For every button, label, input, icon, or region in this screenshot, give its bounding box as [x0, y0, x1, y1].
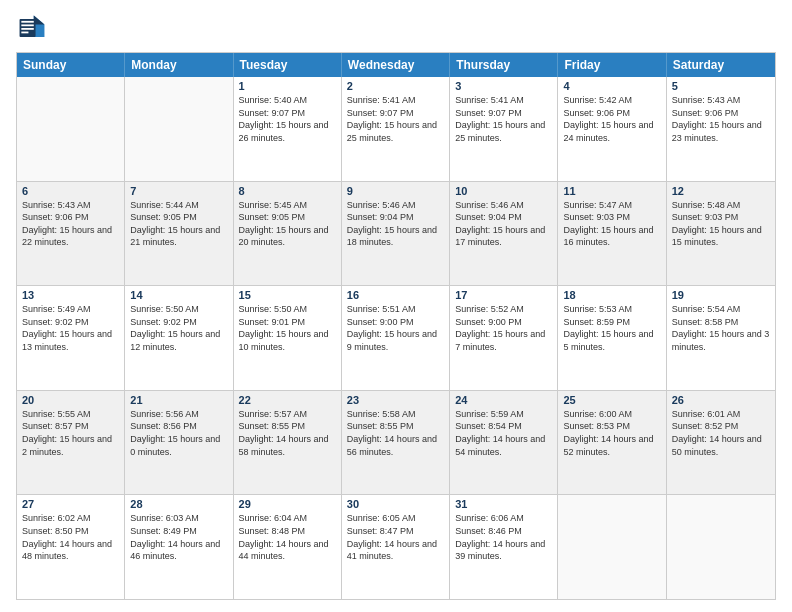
day-cell: 14Sunrise: 5:50 AMSunset: 9:02 PMDayligh… — [125, 286, 233, 390]
day-cell: 16Sunrise: 5:51 AMSunset: 9:00 PMDayligh… — [342, 286, 450, 390]
day-info: Sunrise: 6:04 AMSunset: 8:48 PMDaylight:… — [239, 512, 336, 562]
day-number: 18 — [563, 289, 660, 301]
day-cell: 27Sunrise: 6:02 AMSunset: 8:50 PMDayligh… — [17, 495, 125, 599]
svg-rect-6 — [21, 28, 33, 30]
week-row-4: 20Sunrise: 5:55 AMSunset: 8:57 PMDayligh… — [17, 391, 775, 496]
day-number: 10 — [455, 185, 552, 197]
day-number: 19 — [672, 289, 770, 301]
day-number: 23 — [347, 394, 444, 406]
week-row-3: 13Sunrise: 5:49 AMSunset: 9:02 PMDayligh… — [17, 286, 775, 391]
day-info: Sunrise: 5:48 AMSunset: 9:03 PMDaylight:… — [672, 199, 770, 249]
day-info: Sunrise: 5:54 AMSunset: 8:58 PMDaylight:… — [672, 303, 770, 353]
day-cell: 30Sunrise: 6:05 AMSunset: 8:47 PMDayligh… — [342, 495, 450, 599]
day-cell: 5Sunrise: 5:43 AMSunset: 9:06 PMDaylight… — [667, 77, 775, 181]
page-header — [16, 12, 776, 44]
day-info: Sunrise: 5:55 AMSunset: 8:57 PMDaylight:… — [22, 408, 119, 458]
day-number: 9 — [347, 185, 444, 197]
day-cell: 25Sunrise: 6:00 AMSunset: 8:53 PMDayligh… — [558, 391, 666, 495]
day-number: 31 — [455, 498, 552, 510]
day-info: Sunrise: 5:41 AMSunset: 9:07 PMDaylight:… — [455, 94, 552, 144]
day-number: 24 — [455, 394, 552, 406]
day-number: 27 — [22, 498, 119, 510]
day-cell: 7Sunrise: 5:44 AMSunset: 9:05 PMDaylight… — [125, 182, 233, 286]
week-row-5: 27Sunrise: 6:02 AMSunset: 8:50 PMDayligh… — [17, 495, 775, 599]
day-info: Sunrise: 6:02 AMSunset: 8:50 PMDaylight:… — [22, 512, 119, 562]
day-number: 22 — [239, 394, 336, 406]
day-cell — [558, 495, 666, 599]
day-cell: 24Sunrise: 5:59 AMSunset: 8:54 PMDayligh… — [450, 391, 558, 495]
calendar-header: SundayMondayTuesdayWednesdayThursdayFrid… — [17, 53, 775, 77]
day-header-saturday: Saturday — [667, 53, 775, 77]
day-number: 29 — [239, 498, 336, 510]
day-number: 5 — [672, 80, 770, 92]
day-info: Sunrise: 5:46 AMSunset: 9:04 PMDaylight:… — [455, 199, 552, 249]
day-info: Sunrise: 5:46 AMSunset: 9:04 PMDaylight:… — [347, 199, 444, 249]
day-info: Sunrise: 5:57 AMSunset: 8:55 PMDaylight:… — [239, 408, 336, 458]
day-cell: 8Sunrise: 5:45 AMSunset: 9:05 PMDaylight… — [234, 182, 342, 286]
day-number: 20 — [22, 394, 119, 406]
day-cell: 28Sunrise: 6:03 AMSunset: 8:49 PMDayligh… — [125, 495, 233, 599]
day-cell: 20Sunrise: 5:55 AMSunset: 8:57 PMDayligh… — [17, 391, 125, 495]
day-cell: 6Sunrise: 5:43 AMSunset: 9:06 PMDaylight… — [17, 182, 125, 286]
day-cell: 26Sunrise: 6:01 AMSunset: 8:52 PMDayligh… — [667, 391, 775, 495]
day-info: Sunrise: 5:50 AMSunset: 9:01 PMDaylight:… — [239, 303, 336, 353]
day-info: Sunrise: 5:47 AMSunset: 9:03 PMDaylight:… — [563, 199, 660, 249]
day-number: 4 — [563, 80, 660, 92]
day-cell: 4Sunrise: 5:42 AMSunset: 9:06 PMDaylight… — [558, 77, 666, 181]
day-cell — [17, 77, 125, 181]
logo — [16, 12, 52, 44]
day-cell: 15Sunrise: 5:50 AMSunset: 9:01 PMDayligh… — [234, 286, 342, 390]
day-info: Sunrise: 5:58 AMSunset: 8:55 PMDaylight:… — [347, 408, 444, 458]
day-cell: 29Sunrise: 6:04 AMSunset: 8:48 PMDayligh… — [234, 495, 342, 599]
day-cell: 2Sunrise: 5:41 AMSunset: 9:07 PMDaylight… — [342, 77, 450, 181]
day-cell — [125, 77, 233, 181]
svg-rect-7 — [21, 32, 28, 34]
day-cell: 1Sunrise: 5:40 AMSunset: 9:07 PMDaylight… — [234, 77, 342, 181]
day-number: 17 — [455, 289, 552, 301]
day-info: Sunrise: 5:59 AMSunset: 8:54 PMDaylight:… — [455, 408, 552, 458]
day-cell: 22Sunrise: 5:57 AMSunset: 8:55 PMDayligh… — [234, 391, 342, 495]
day-number: 30 — [347, 498, 444, 510]
day-cell: 17Sunrise: 5:52 AMSunset: 9:00 PMDayligh… — [450, 286, 558, 390]
day-number: 15 — [239, 289, 336, 301]
day-header-thursday: Thursday — [450, 53, 558, 77]
calendar-body: 1Sunrise: 5:40 AMSunset: 9:07 PMDaylight… — [17, 77, 775, 599]
day-info: Sunrise: 5:53 AMSunset: 8:59 PMDaylight:… — [563, 303, 660, 353]
day-header-friday: Friday — [558, 53, 666, 77]
day-header-sunday: Sunday — [17, 53, 125, 77]
day-header-wednesday: Wednesday — [342, 53, 450, 77]
day-number: 1 — [239, 80, 336, 92]
day-info: Sunrise: 5:43 AMSunset: 9:06 PMDaylight:… — [22, 199, 119, 249]
day-info: Sunrise: 6:03 AMSunset: 8:49 PMDaylight:… — [130, 512, 227, 562]
week-row-2: 6Sunrise: 5:43 AMSunset: 9:06 PMDaylight… — [17, 182, 775, 287]
day-cell: 12Sunrise: 5:48 AMSunset: 9:03 PMDayligh… — [667, 182, 775, 286]
day-info: Sunrise: 5:40 AMSunset: 9:07 PMDaylight:… — [239, 94, 336, 144]
calendar: SundayMondayTuesdayWednesdayThursdayFrid… — [16, 52, 776, 600]
day-cell: 21Sunrise: 5:56 AMSunset: 8:56 PMDayligh… — [125, 391, 233, 495]
day-info: Sunrise: 5:45 AMSunset: 9:05 PMDaylight:… — [239, 199, 336, 249]
day-info: Sunrise: 6:06 AMSunset: 8:46 PMDaylight:… — [455, 512, 552, 562]
day-info: Sunrise: 5:56 AMSunset: 8:56 PMDaylight:… — [130, 408, 227, 458]
day-number: 11 — [563, 185, 660, 197]
day-cell: 11Sunrise: 5:47 AMSunset: 9:03 PMDayligh… — [558, 182, 666, 286]
day-number: 8 — [239, 185, 336, 197]
svg-rect-4 — [21, 21, 33, 23]
day-number: 28 — [130, 498, 227, 510]
day-info: Sunrise: 6:00 AMSunset: 8:53 PMDaylight:… — [563, 408, 660, 458]
logo-icon — [16, 12, 48, 44]
day-number: 14 — [130, 289, 227, 301]
day-number: 6 — [22, 185, 119, 197]
week-row-1: 1Sunrise: 5:40 AMSunset: 9:07 PMDaylight… — [17, 77, 775, 182]
day-cell: 19Sunrise: 5:54 AMSunset: 8:58 PMDayligh… — [667, 286, 775, 390]
day-info: Sunrise: 5:50 AMSunset: 9:02 PMDaylight:… — [130, 303, 227, 353]
day-cell: 31Sunrise: 6:06 AMSunset: 8:46 PMDayligh… — [450, 495, 558, 599]
day-info: Sunrise: 6:01 AMSunset: 8:52 PMDaylight:… — [672, 408, 770, 458]
day-cell: 13Sunrise: 5:49 AMSunset: 9:02 PMDayligh… — [17, 286, 125, 390]
day-number: 3 — [455, 80, 552, 92]
day-info: Sunrise: 5:42 AMSunset: 9:06 PMDaylight:… — [563, 94, 660, 144]
day-number: 21 — [130, 394, 227, 406]
day-info: Sunrise: 6:05 AMSunset: 8:47 PMDaylight:… — [347, 512, 444, 562]
day-info: Sunrise: 5:51 AMSunset: 9:00 PMDaylight:… — [347, 303, 444, 353]
day-info: Sunrise: 5:41 AMSunset: 9:07 PMDaylight:… — [347, 94, 444, 144]
day-number: 13 — [22, 289, 119, 301]
